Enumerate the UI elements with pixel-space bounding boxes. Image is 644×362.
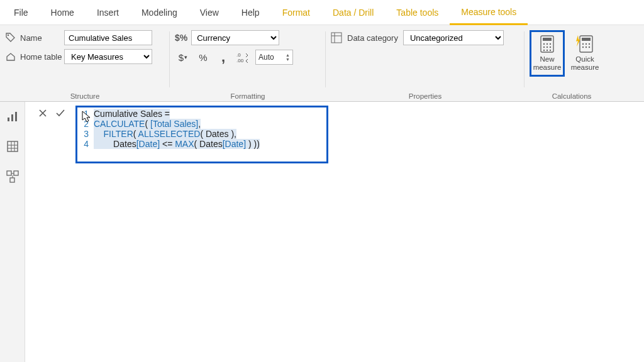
cancel-formula-button[interactable] — [35, 106, 50, 121]
menu-view[interactable]: View — [189, 1, 230, 24]
svg-point-23 — [586, 47, 587, 48]
svg-rect-18 — [582, 38, 591, 41]
percent-button[interactable]: % — [195, 49, 211, 65]
menu-file[interactable]: File — [3, 1, 40, 24]
svg-point-19 — [582, 43, 584, 45]
menu-home[interactable]: Home — [40, 1, 86, 24]
svg-rect-7 — [543, 38, 552, 41]
svg-point-20 — [586, 43, 587, 45]
menu-format[interactable]: Format — [271, 1, 321, 24]
svg-rect-33 — [7, 171, 11, 175]
calculations-group-label: Calculations — [530, 91, 614, 100]
svg-point-16 — [550, 50, 551, 51]
svg-point-14 — [543, 50, 545, 51]
ribbon-group-structure: Name Home table Key Measures Structure — [0, 25, 170, 101]
format-type-icon: $% — [175, 33, 187, 43]
decimal-toggle-icon[interactable]: .0.00 — [235, 49, 252, 65]
ribbon-group-formatting: $% Currency $▾ % , .0.00 Auto ▲▼ Formatt… — [170, 25, 326, 101]
main-menu: File Home Insert Modeling View Help Form… — [0, 0, 644, 25]
menu-help[interactable]: Help — [230, 1, 271, 24]
properties-group-label: Properties — [331, 91, 519, 100]
tag-icon — [5, 33, 16, 43]
svg-rect-27 — [15, 112, 17, 121]
decimals-input[interactable]: Auto ▲▼ — [255, 50, 293, 65]
home-table-label: Home table — [20, 52, 64, 62]
data-category-icon — [331, 32, 342, 43]
model-view-icon[interactable] — [4, 168, 21, 185]
svg-point-21 — [589, 43, 590, 45]
svg-point-13 — [550, 47, 551, 48]
data-category-select[interactable]: Uncategorized — [403, 30, 504, 45]
currency-button[interactable]: $▾ — [175, 49, 191, 65]
structure-group-label: Structure — [5, 91, 165, 100]
home-icon — [5, 52, 16, 62]
ribbon: Name Home table Key Measures Structure $… — [0, 25, 644, 102]
svg-point-24 — [589, 47, 590, 48]
formula-zone: 1 Cumulative Sales = 2 CALCULATE( [Total… — [25, 102, 644, 362]
svg-point-22 — [582, 47, 584, 48]
work-area: 1 Cumulative Sales = 2 CALCULATE( [Total… — [0, 102, 644, 362]
decimals-spinner[interactable]: ▲▼ — [286, 53, 290, 62]
svg-text:.0: .0 — [236, 52, 241, 58]
svg-rect-25 — [8, 118, 9, 121]
svg-rect-34 — [14, 171, 18, 175]
svg-rect-35 — [10, 178, 14, 182]
name-label: Name — [20, 33, 64, 43]
svg-text:.00: .00 — [236, 58, 244, 63]
svg-rect-26 — [11, 114, 13, 121]
new-measure-button[interactable]: New measure — [530, 30, 565, 77]
quick-calculator-icon — [576, 35, 594, 53]
calculator-icon — [540, 35, 555, 53]
menu-measure-tools[interactable]: Measure tools — [450, 1, 528, 25]
menu-data-drill[interactable]: Data / Drill — [321, 1, 385, 24]
formula-editor[interactable]: 1 Cumulative Sales = 2 CALCULATE( [Total… — [75, 106, 328, 163]
view-rail — [0, 102, 25, 362]
svg-point-15 — [547, 50, 548, 51]
menu-table-tools[interactable]: Table tools — [385, 1, 450, 24]
thousands-button[interactable]: , — [215, 49, 231, 65]
ribbon-group-calculations: New measure Quick measure Calculations — [525, 25, 619, 101]
svg-point-11 — [543, 47, 545, 48]
measure-name-input[interactable] — [64, 30, 152, 45]
menu-insert[interactable]: Insert — [86, 1, 130, 24]
report-view-icon[interactable] — [4, 108, 21, 124]
commit-formula-button[interactable] — [53, 106, 68, 121]
svg-point-0 — [8, 35, 9, 36]
ribbon-group-properties: Data category Uncategorized Properties — [326, 25, 525, 101]
data-view-icon[interactable] — [4, 138, 21, 155]
svg-point-9 — [547, 43, 548, 45]
home-table-select[interactable]: Key Measures — [64, 49, 152, 64]
svg-rect-3 — [331, 33, 341, 43]
svg-point-12 — [547, 47, 548, 48]
quick-measure-button[interactable]: Quick measure — [567, 30, 602, 77]
svg-point-8 — [543, 43, 545, 45]
svg-rect-28 — [8, 141, 18, 151]
formatting-group-label: Formatting — [175, 91, 321, 100]
format-type-select[interactable]: Currency — [191, 30, 279, 45]
svg-point-10 — [550, 43, 551, 45]
menu-modeling[interactable]: Modeling — [130, 1, 189, 24]
data-category-label: Data category — [347, 33, 398, 43]
